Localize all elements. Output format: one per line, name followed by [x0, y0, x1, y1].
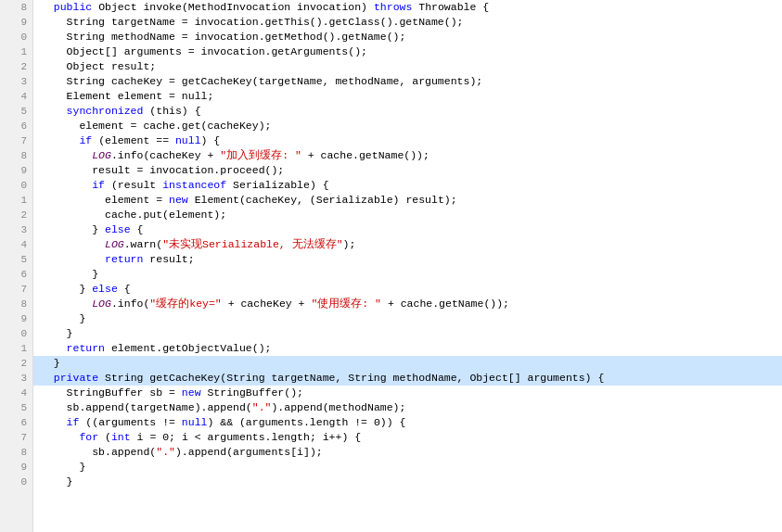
code-token: } [41, 357, 60, 369]
code-token: instanceof [162, 179, 226, 191]
code-line: String cacheKey = getCacheKey(targetName… [33, 74, 782, 89]
code-token: Object [92, 1, 143, 13]
line-number: 3 [0, 222, 32, 237]
code-token: (element == [92, 134, 175, 146]
line-number: 6 [0, 415, 32, 430]
line-number: 4 [0, 386, 32, 400]
line-number: 5 [0, 400, 32, 415]
line-number: 9 [0, 311, 32, 326]
code-line: StringBuffer sb = new StringBuffer(); [33, 386, 782, 400]
code-line: Object[] arguments = invocation.getArgum… [33, 44, 782, 59]
code-line: cache.put(element); [33, 208, 782, 222]
code-line: synchronized (this) { [33, 104, 782, 119]
code-line: } [33, 267, 782, 282]
code-token: ).append(arguments[i]); [175, 446, 323, 458]
line-number: 9 [0, 15, 32, 30]
code-token: { [131, 223, 144, 235]
code-token: null [175, 134, 201, 146]
code-area[interactable]: public Object invoke(MethodInvocation in… [33, 0, 782, 532]
code-token: ) { [201, 134, 221, 146]
code-line: LOG.warn("未实现Serializable, 无法缓存"); [33, 237, 782, 252]
line-number: 5 [0, 104, 32, 119]
line-number: 2 [0, 59, 32, 74]
code-token: LOG [41, 149, 111, 161]
code-line: LOG.info("缓存的key=" + cacheKey + "使用缓存: "… [33, 297, 782, 311]
code-token: Object[] arguments = invocation.getArgum… [41, 45, 367, 57]
code-token [41, 179, 92, 191]
line-number: 8 [0, 297, 32, 311]
code-line: } [33, 356, 782, 371]
code-token: StringBuffer(); [201, 386, 303, 399]
code-token: "." [156, 446, 175, 458]
code-token: return [67, 342, 105, 354]
code-token: cache.put(element); [41, 209, 226, 221]
code-token: StringBuffer sb = [41, 386, 182, 399]
code-line: } [33, 475, 782, 489]
line-number: 6 [0, 119, 32, 133]
code-token: (MethodInvocation invocation) [182, 1, 374, 13]
code-token: element = [41, 194, 169, 206]
code-line: element = new Element(cacheKey, (Seriali… [33, 193, 782, 208]
code-token: private [54, 372, 98, 384]
code-line: for (int i = 0; i < arguments.length; i+… [33, 430, 782, 445]
code-token: throws [374, 1, 412, 13]
code-token: element = cache.get(cacheKey); [41, 120, 271, 132]
code-token: "加入到缓存: " [220, 149, 301, 161]
code-token: String cacheKey = getCacheKey(targetName… [41, 75, 482, 87]
line-number: 9 [0, 460, 32, 475]
code-token: element.getObjectValue(); [105, 342, 271, 354]
code-line: } [33, 311, 782, 326]
code-token: } [41, 268, 98, 280]
line-number: 6 [0, 267, 32, 282]
line-number: 0 [0, 475, 32, 489]
line-number: 8 [0, 0, 32, 15]
code-token: "." [252, 401, 272, 413]
code-token: if [67, 416, 80, 428]
code-token: Element element = null; [41, 90, 213, 102]
code-line: } [33, 326, 782, 341]
code-line: } else { [33, 222, 782, 237]
code-line: Object result; [33, 59, 782, 74]
line-number: 0 [0, 178, 32, 193]
line-number: 4 [0, 89, 32, 104]
code-token: + cache.getName()); [301, 149, 429, 161]
code-token: } [41, 283, 92, 295]
line-numbers: 890123456789012345678901234567890 [0, 0, 33, 532]
line-number: 0 [0, 30, 32, 44]
line-number: 7 [0, 282, 32, 297]
line-number: 3 [0, 74, 32, 89]
code-token: else [92, 283, 118, 295]
code-token: + cache.getName()); [381, 298, 509, 310]
code-line: element = cache.get(cacheKey); [33, 119, 782, 133]
code-line: sb.append(".").append(arguments[i]); [33, 445, 782, 460]
line-number: 2 [0, 356, 32, 371]
code-line: return result; [33, 252, 782, 267]
line-number: 9 [0, 163, 32, 178]
code-line: private String getCacheKey(String target… [33, 371, 782, 386]
code-token [41, 1, 54, 13]
code-token: .warn( [124, 238, 162, 250]
code-token: synchronized [67, 105, 144, 117]
line-number: 1 [0, 341, 32, 356]
code-token: } [41, 223, 105, 235]
code-token [41, 416, 67, 428]
code-line: if ((arguments != null) && (arguments.le… [33, 415, 782, 430]
code-token: } [41, 312, 85, 324]
code-token: new [182, 386, 201, 399]
code-line: sb.append(targetName).append(".").append… [33, 400, 782, 415]
code-line: if (element == null) { [33, 133, 782, 148]
code-token: .info( [111, 298, 149, 310]
code-token: sb.append( [41, 446, 156, 458]
line-number: 7 [0, 133, 32, 148]
code-token: (result [105, 179, 162, 191]
code-line: String targetName = invocation.getThis()… [33, 15, 782, 30]
code-token: if [79, 134, 92, 146]
line-number: 5 [0, 252, 32, 267]
line-number: 1 [0, 193, 32, 208]
code-token: sb.append(targetName).append( [41, 401, 252, 413]
line-number: 2 [0, 208, 32, 222]
code-line: } [33, 460, 782, 475]
code-token: new [169, 194, 188, 206]
code-token: } [41, 475, 73, 488]
line-number: 3 [0, 371, 32, 386]
